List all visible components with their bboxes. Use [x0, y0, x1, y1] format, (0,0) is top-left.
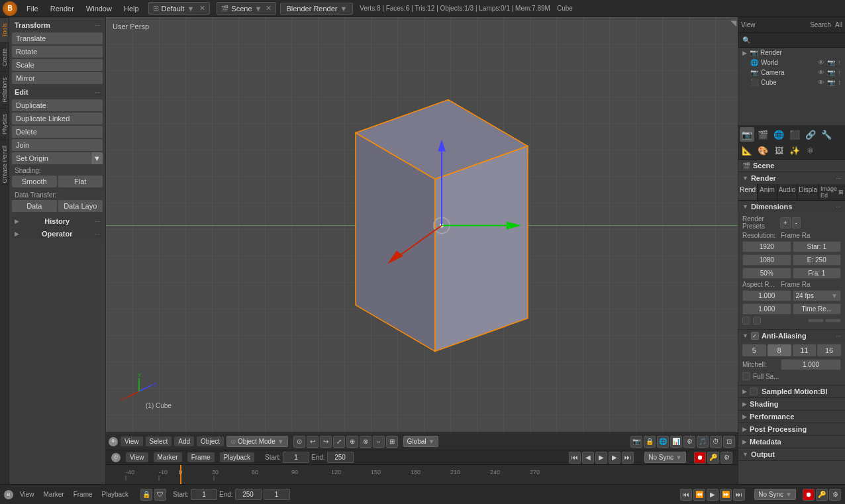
settings-btn[interactable]: ⚙: [829, 489, 841, 501]
tl-view[interactable]: View: [126, 452, 148, 462]
outliner-item-world[interactable]: 🌐 World 👁 📷 ↑: [738, 58, 845, 68]
viewport-icon-btn-4[interactable]: ⤢: [333, 436, 345, 448]
sampled-toggle[interactable]: [750, 387, 758, 395]
viewport-icon-btn-2[interactable]: ↩: [307, 436, 319, 448]
post-processing-header[interactable]: ▶ Post Processing: [738, 423, 845, 435]
next-frame-btn[interactable]: ▶: [609, 452, 621, 464]
fps-selector[interactable]: 24 fps ▼: [793, 290, 842, 301]
aspect-x-value[interactable]: 1.000: [742, 290, 791, 301]
shading-header[interactable]: ▶ Shading: [738, 398, 845, 410]
bottom-frame[interactable]: Frame: [71, 489, 95, 499]
data-button[interactable]: Data: [12, 200, 57, 212]
viewport-right-icon-1[interactable]: 📷: [630, 436, 642, 448]
operator-section-header[interactable]: ▶ Operator ···: [12, 228, 103, 239]
flat-button[interactable]: Flat: [58, 176, 103, 187]
toggle-1[interactable]: [742, 317, 750, 325]
global-selector[interactable]: Global ▼: [403, 436, 439, 447]
outliner-item-camera[interactable]: 📷 Camera 👁 📷 ↑: [738, 68, 845, 77]
aa-val-11[interactable]: 11: [793, 344, 817, 356]
time-re-value[interactable]: Time Re...: [793, 303, 842, 315]
join-button[interactable]: Join: [12, 139, 103, 151]
dimensions-header[interactable]: ▼ Dimensions ···: [738, 201, 845, 213]
bottom-end-input[interactable]: [235, 489, 262, 500]
tab-physics[interactable]: Physics: [0, 108, 9, 140]
next-btn[interactable]: ⏩: [720, 489, 732, 501]
corner-resize[interactable]: ◥: [730, 19, 736, 28]
render-tab-anim[interactable]: Anim: [758, 184, 777, 200]
menu-help[interactable]: Help: [119, 3, 144, 14]
viewport-icon-btn-5[interactable]: ⊕: [346, 436, 358, 448]
aa-val-16[interactable]: 16: [817, 344, 841, 356]
presets-add[interactable]: +: [780, 217, 791, 228]
add-menu[interactable]: Add: [174, 436, 194, 446]
engine-selector[interactable]: Blender Render ▼: [280, 3, 353, 15]
mode-selector[interactable]: ⊙ Object Mode ▼: [226, 436, 288, 447]
viewport-right-icon-7[interactable]: ⏱: [710, 436, 722, 448]
filter-val[interactable]: 1.000: [781, 359, 841, 370]
end-frame-input[interactable]: [327, 452, 354, 463]
key-btn[interactable]: 🔑: [816, 489, 828, 501]
next-keyframe-btn[interactable]: ⏭: [622, 452, 634, 464]
prev-frame-btn[interactable]: ◀: [582, 452, 594, 464]
res-y-value[interactable]: 1080: [742, 254, 791, 266]
viewport-right-icon-5[interactable]: ⚙: [683, 436, 695, 448]
viewport-icon-btn-6[interactable]: ⊗: [360, 436, 372, 448]
props-tab-constraint[interactable]: 🔗: [803, 127, 818, 142]
aa-checkbox[interactable]: ✓: [751, 332, 759, 340]
edit-section-header[interactable]: Edit ···: [12, 87, 103, 97]
record-btn[interactable]: ⏺: [803, 489, 815, 501]
all-tab[interactable]: All: [835, 21, 842, 28]
viewport-right-icon-3[interactable]: 🌐: [657, 436, 669, 448]
star-value[interactable]: Star: 1: [793, 241, 842, 252]
play-btn[interactable]: ▶: [595, 452, 607, 464]
aspect-y-value[interactable]: 1.000: [742, 303, 791, 315]
fra-value[interactable]: Fra: 1: [793, 268, 842, 279]
props-tab-modifier[interactable]: 🔧: [819, 127, 834, 142]
res-x-value[interactable]: 1920: [742, 241, 791, 252]
menu-file[interactable]: File: [21, 3, 44, 14]
aa-header[interactable]: ▼ ✓ Anti-Aliasing ···: [738, 330, 845, 342]
props-tab-world[interactable]: 🌐: [771, 127, 786, 142]
object-menu[interactable]: Object: [197, 436, 224, 446]
aa-val-5[interactable]: 5: [742, 344, 766, 356]
props-tab-texture[interactable]: 🖼: [771, 143, 786, 158]
view-menu[interactable]: View: [121, 436, 143, 446]
start-frame-input[interactable]: [283, 452, 309, 463]
render-section-header[interactable]: ▼ Render ···: [738, 172, 845, 184]
tl-frame[interactable]: Frame: [187, 452, 215, 462]
viewport-right-icon-6[interactable]: 🎵: [697, 436, 709, 448]
rotate-button[interactable]: Rotate: [12, 46, 103, 58]
scale-button[interactable]: Scale: [12, 59, 103, 71]
prev-btn[interactable]: ⏪: [693, 489, 705, 501]
delete-button[interactable]: Delete: [12, 126, 103, 138]
bottom-view[interactable]: View: [17, 489, 37, 499]
duplicate-button[interactable]: Duplicate: [12, 99, 103, 111]
bottom-marker[interactable]: Marker: [41, 489, 67, 499]
expand-icon[interactable]: ⊞: [838, 189, 844, 195]
history-section-header[interactable]: ▶ History ···: [12, 216, 103, 227]
bottom-current-input[interactable]: [264, 489, 290, 500]
viewport-icon-btn-3[interactable]: ↪: [320, 436, 332, 448]
presets-sub[interactable]: -: [792, 217, 801, 228]
render-tab-displa[interactable]: Displa: [797, 184, 819, 200]
skip-end-btn[interactable]: ⏭: [733, 489, 745, 501]
output-header[interactable]: ▼ Output: [738, 448, 845, 460]
props-tab-render[interactable]: 📷: [740, 127, 754, 142]
viewport-right-icon-8[interactable]: ⊡: [723, 436, 735, 448]
end-value[interactable]: E: 250: [793, 254, 842, 266]
mirror-button[interactable]: Mirror: [12, 72, 103, 84]
menu-render[interactable]: Render: [45, 3, 79, 14]
tl-icon-3[interactable]: ⚙: [721, 452, 732, 464]
viewport-right-icon-2[interactable]: 🔒: [644, 436, 656, 448]
render-tab-audio[interactable]: Audio: [777, 184, 798, 200]
transform-section-header[interactable]: Transform ···: [12, 20, 103, 30]
performance-header[interactable]: ▶ Performance: [738, 411, 845, 423]
tab-create[interactable]: Create: [0, 42, 9, 72]
tl-icon-1[interactable]: ⏺: [694, 452, 706, 464]
bottom-sync-selector[interactable]: No Sync ▼: [754, 489, 796, 500]
smooth-button[interactable]: Smooth: [12, 176, 57, 187]
props-tab-particles[interactable]: ✨: [787, 143, 802, 158]
bottom-playback[interactable]: Playback: [99, 489, 132, 499]
viewport-icon-btn-8[interactable]: ⊞: [386, 436, 398, 448]
skip-start-btn[interactable]: ⏮: [680, 489, 692, 501]
